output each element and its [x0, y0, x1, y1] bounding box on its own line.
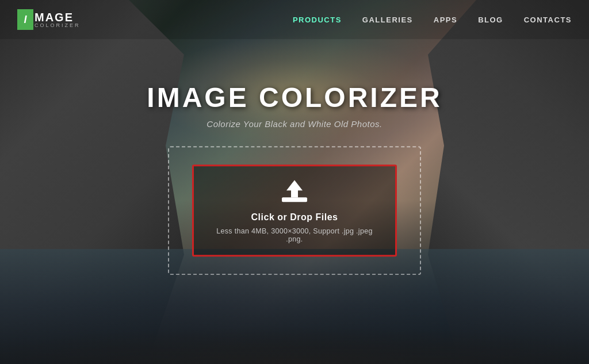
upload-dropzone[interactable]: Click or Drop Files Less than 4MB, 3000×… — [168, 146, 421, 275]
hero-subtitle: Colorize Your Black and White Old Photos… — [122, 119, 467, 129]
nav-link-contacts[interactable]: CONTACTS — [524, 16, 572, 24]
logo-text: MAGE COLORIZER — [35, 12, 81, 28]
upload-label: Click or Drop Files — [211, 212, 378, 223]
logo: I MAGE COLORIZER — [17, 9, 81, 30]
nav-item-products[interactable]: PRODUCTS — [293, 14, 342, 25]
logo-letter: I — [24, 14, 26, 26]
hero-content: IMAGE COLORIZER Colorize Your Black and … — [122, 82, 467, 275]
upload-icon — [278, 178, 311, 205]
nav-item-apps[interactable]: APPS — [434, 14, 457, 25]
svg-rect-0 — [282, 197, 307, 202]
nav-link-galleries[interactable]: GALLERIES — [362, 16, 413, 24]
nav-link-blog[interactable]: BLOG — [478, 16, 503, 24]
logo-sub: COLORIZER — [35, 23, 81, 28]
upload-inner[interactable]: Click or Drop Files Less than 4MB, 3000×… — [192, 164, 397, 256]
nav-item-contacts[interactable]: CONTACTS — [524, 14, 572, 25]
nav-link-products[interactable]: PRODUCTS — [293, 16, 342, 24]
nav-link-apps[interactable]: APPS — [434, 16, 457, 24]
nav-item-blog[interactable]: BLOG — [478, 14, 503, 25]
navbar: I MAGE COLORIZER PRODUCTS GALLERIES APPS… — [0, 0, 589, 39]
logo-main: MAGE — [35, 12, 81, 23]
hero-title: IMAGE COLORIZER — [122, 82, 467, 113]
stones-foreground — [0, 306, 589, 364]
nav-links: PRODUCTS GALLERIES APPS BLOG CONTACTS — [293, 14, 572, 25]
svg-marker-1 — [286, 180, 303, 197]
logo-icon: I — [17, 9, 33, 30]
nav-item-galleries[interactable]: GALLERIES — [362, 14, 413, 25]
upload-hint: Less than 4MB, 3000×3000, Support .jpg .… — [211, 227, 378, 243]
